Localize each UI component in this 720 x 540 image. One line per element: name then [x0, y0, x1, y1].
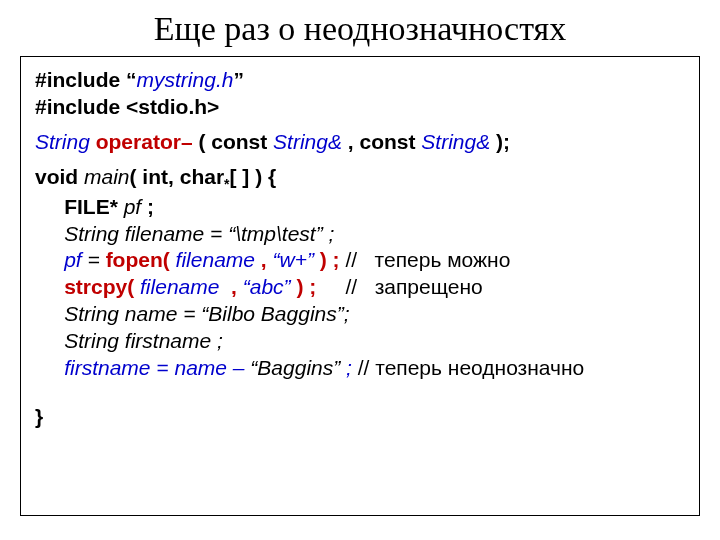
t: ,: [225, 275, 243, 298]
code-line: String firstname ;: [35, 328, 685, 355]
code-line: String filename = “\tmp\test” ;: [35, 221, 685, 248]
t: pf: [35, 248, 82, 271]
t: // теперь неоднозначно: [352, 356, 584, 379]
t: filename: [140, 275, 225, 298]
t: #include “: [35, 68, 137, 91]
t: fopen(: [106, 248, 176, 271]
t: , const: [348, 130, 422, 153]
code-line: void main( int, char*[ ] ) {: [35, 164, 685, 194]
code-line: String operator– ( const String& , const…: [35, 129, 685, 156]
t: // теперь можно: [340, 248, 511, 271]
slide-title: Еще раз о неоднозначностях: [20, 10, 700, 48]
code-line: String name = “Bilbo Baggins”;: [35, 301, 685, 328]
t: mystring.h: [137, 68, 234, 91]
t: // запрещено: [316, 275, 482, 298]
t: void: [35, 165, 84, 188]
t: ( int, char: [130, 165, 225, 188]
t: “abc”: [243, 275, 297, 298]
t: filename: [176, 248, 261, 271]
t: strcpy(: [35, 275, 140, 298]
t: ) ;: [320, 248, 340, 271]
code-line: firstname = name – “Baggins” ; // теперь…: [35, 355, 685, 382]
code-line: FILE* pf ;: [35, 194, 685, 221]
t: String&: [421, 130, 496, 153]
slide: Еще раз о неоднозначностях #include “mys…: [0, 0, 720, 540]
t: operator–: [96, 130, 199, 153]
code-line: #include “mystring.h”: [35, 67, 685, 94]
t: main: [84, 165, 130, 188]
t: String: [35, 130, 96, 153]
t: firstname = name –: [35, 356, 250, 379]
code-line: }: [35, 404, 685, 431]
t: pf: [124, 195, 142, 218]
t: =: [82, 248, 106, 271]
t: [ ] ) {: [230, 165, 277, 188]
code-box: #include “mystring.h” #include <stdio.h>…: [20, 56, 700, 516]
t: ,: [261, 248, 273, 271]
t: ;: [141, 195, 154, 218]
t: ) ;: [296, 275, 316, 298]
code-line: strcpy( filename , “abc” ) ; // запрещен…: [35, 274, 685, 301]
t: “Baggins”: [250, 356, 346, 379]
t: FILE*: [35, 195, 124, 218]
code-line: pf = fopen( filename , “w+” ) ; // тепер…: [35, 247, 685, 274]
t: “w+”: [273, 248, 320, 271]
t: ”: [233, 68, 244, 91]
t: String&: [273, 130, 348, 153]
t: ( const: [198, 130, 273, 153]
code-line: #include <stdio.h>: [35, 94, 685, 121]
t: );: [496, 130, 510, 153]
